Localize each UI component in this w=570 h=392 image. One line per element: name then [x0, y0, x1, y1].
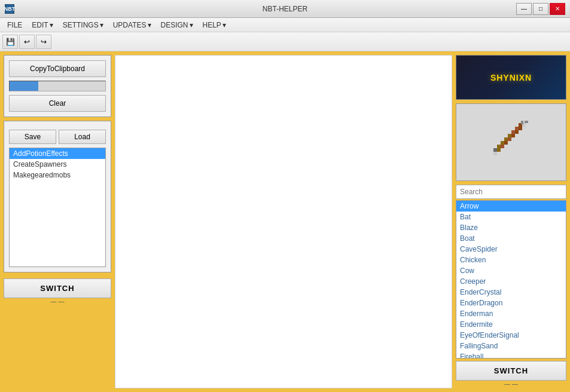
entity-item[interactable]: FallingSand	[456, 341, 566, 351]
entity-item[interactable]: EnderDragon	[456, 298, 566, 308]
entity-item[interactable]: Chicken	[456, 255, 566, 265]
svg-rect-12	[497, 145, 501, 148]
search-input[interactable]	[456, 185, 566, 199]
user-banner: SHYNIXN	[456, 56, 566, 99]
left-panel: CopyToClipboard Clear Save Load AddPotio…	[4, 55, 111, 388]
svg-rect-5	[515, 130, 519, 134]
entity-item[interactable]: Enderman	[456, 308, 566, 319]
entity-item[interactable]: Boat	[456, 233, 566, 244]
entity-item[interactable]: Cow	[456, 265, 566, 276]
script-list[interactable]: AddPotionEffects CreateSpawners Makegear…	[9, 148, 106, 267]
entity-item[interactable]: Arrow	[456, 201, 566, 212]
menu-file[interactable]: FILE	[2, 20, 27, 30]
menu-settings[interactable]: SETTINGS ▾	[58, 20, 108, 30]
entity-item[interactable]: CaveSpider	[456, 244, 566, 255]
user-name: SHYNIXN	[490, 73, 532, 82]
save-load-row: Save Load	[9, 130, 106, 144]
list-item[interactable]: AddPotionEffects	[10, 148, 105, 159]
entity-list[interactable]: Arrow Bat Blaze Boat CaveSpider Chicken …	[456, 200, 566, 359]
undo-button[interactable]: ↩	[19, 35, 35, 49]
svg-rect-19	[521, 121, 523, 124]
title-bar: NBT NBT-HELPER — □ ✕	[0, 0, 570, 18]
svg-rect-11	[504, 141, 508, 145]
entity-item[interactable]: Blaze	[456, 222, 566, 233]
main-content: CopyToClipboard Clear Save Load AddPotio…	[0, 51, 570, 392]
svg-rect-14	[493, 148, 497, 152]
menu-bar: FILE EDIT ▾ SETTINGS ▾ UPDATES ▾ DESIGN …	[0, 18, 570, 32]
svg-rect-9	[508, 137, 511, 141]
copy-panel: CopyToClipboard Clear	[4, 55, 111, 117]
switch-panel: SWITCH — —	[4, 276, 111, 305]
entity-item[interactable]: Creeper	[456, 276, 566, 287]
svg-rect-8	[504, 137, 508, 141]
minimize-button[interactable]: —	[516, 3, 532, 15]
item-preview	[456, 103, 566, 181]
menu-edit[interactable]: EDIT ▾	[27, 20, 57, 30]
title-bar-left: NBT	[5, 4, 14, 14]
right-switch-button[interactable]: SWITCH	[456, 361, 566, 381]
menu-updates[interactable]: UPDATES ▾	[108, 20, 156, 30]
toolbar: 💾 ↩ ↪	[0, 32, 570, 51]
load-button[interactable]: Load	[59, 130, 106, 144]
progress-bar-container	[9, 81, 106, 91]
progress-bar-fill	[10, 81, 38, 91]
clear-button[interactable]: Clear	[9, 95, 106, 112]
entity-item[interactable]: EnderCrystal	[456, 287, 566, 298]
switch-dots: — —	[4, 298, 111, 305]
svg-rect-13	[501, 145, 504, 148]
user-banner-container: SHYNIXN	[456, 55, 566, 100]
close-button[interactable]: ✕	[550, 3, 565, 15]
entity-item[interactable]: Bat	[456, 212, 566, 222]
svg-rect-3	[519, 127, 522, 130]
svg-rect-16	[493, 152, 497, 155]
window-controls: — □ ✕	[516, 3, 565, 15]
app-icon: NBT	[5, 4, 14, 14]
right-switch-dots: — —	[456, 381, 566, 387]
list-item[interactable]: Makegearedmobs	[10, 170, 105, 180]
save-toolbar-button[interactable]: 💾	[2, 35, 18, 49]
save-button[interactable]: Save	[9, 130, 56, 144]
save-load-panel: Save Load AddPotionEffects CreateSpawner…	[4, 121, 111, 272]
menu-help[interactable]: HELP ▾	[198, 20, 231, 30]
svg-rect-18	[525, 124, 527, 128]
arrow-icon	[487, 118, 535, 166]
right-panel: SHYNIXN	[456, 55, 566, 388]
entity-item[interactable]: Fireball	[456, 351, 566, 359]
svg-rect-10	[501, 141, 504, 145]
copy-to-clipboard-button[interactable]: CopyToClipboard	[9, 60, 106, 77]
entity-item[interactable]: EyeOfEnderSignal	[456, 330, 566, 341]
svg-rect-6	[508, 134, 511, 137]
maximize-button[interactable]: □	[533, 3, 548, 15]
svg-rect-15	[497, 148, 501, 152]
list-item[interactable]: CreateSpawners	[10, 159, 105, 170]
switch-button[interactable]: SWITCH	[4, 278, 111, 298]
center-panel	[115, 55, 452, 388]
search-box	[456, 185, 566, 199]
window-title: NBT-HELPER	[263, 5, 307, 13]
svg-rect-4	[511, 130, 515, 134]
svg-rect-20	[525, 121, 528, 123]
redo-button[interactable]: ↪	[36, 35, 51, 49]
entity-item[interactable]: Endermite	[456, 319, 566, 330]
svg-rect-1	[515, 127, 519, 130]
menu-design[interactable]: DESIGN ▾	[156, 20, 198, 30]
svg-rect-7	[511, 134, 515, 137]
